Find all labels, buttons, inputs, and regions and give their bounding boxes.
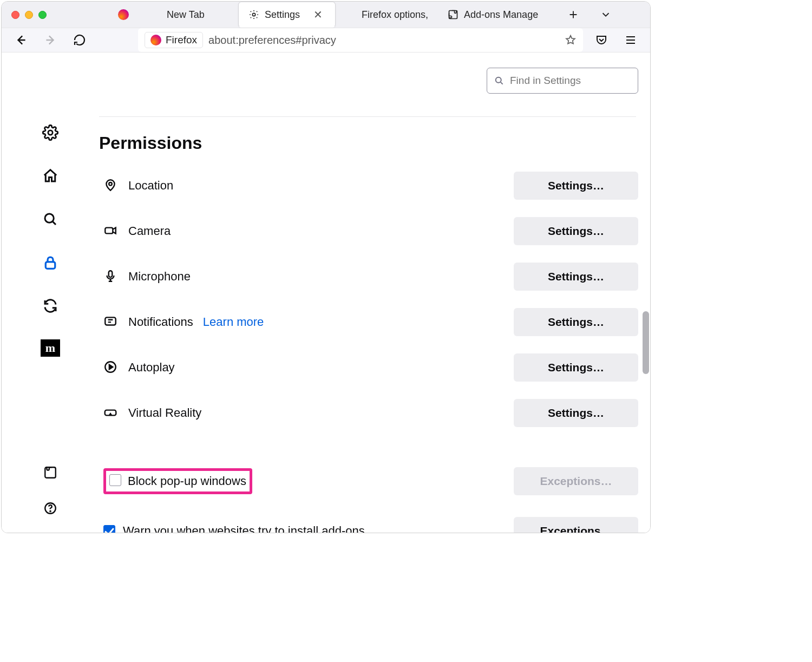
category-privacy[interactable]: [41, 253, 60, 272]
permission-label: Camera: [128, 224, 171, 238]
svg-point-9: [109, 182, 112, 186]
block-popups-exceptions-button[interactable]: Exceptions…: [514, 467, 638, 495]
permission-microphone: Microphone Settings…: [99, 259, 647, 294]
notifications-learn-more-link[interactable]: Learn more: [203, 315, 264, 329]
firefox-icon: [345, 9, 356, 20]
back-button[interactable]: [10, 29, 32, 51]
forward-button[interactable]: [40, 29, 61, 51]
svg-point-2: [48, 130, 53, 135]
svg-point-8: [496, 77, 501, 83]
search-icon: [494, 75, 505, 86]
category-sync[interactable]: [41, 296, 60, 316]
location-settings-button[interactable]: Settings…: [514, 172, 638, 200]
warn-addons-label: Warn you when websites try to install ad…: [123, 524, 365, 533]
new-tab-button[interactable]: [565, 6, 581, 23]
permission-camera: Camera Settings…: [99, 214, 647, 248]
category-more-from-mozilla[interactable]: m: [41, 339, 60, 357]
section-title-permissions: Permissions: [99, 133, 647, 153]
minimize-window-button[interactable]: [25, 11, 33, 19]
site-identity[interactable]: Firefox: [145, 32, 203, 48]
section-divider: [99, 116, 636, 117]
tab-new-tab[interactable]: New Tab: [141, 2, 238, 28]
highlight-annotation: Block pop-up windows: [103, 468, 252, 494]
microphone-icon: [103, 269, 119, 284]
svg-point-3: [45, 214, 54, 222]
block-popups-label: Block pop-up windows: [128, 474, 246, 488]
pocket-button[interactable]: [591, 29, 612, 51]
address-bar[interactable]: Firefox about:preferences#privacy: [138, 28, 583, 52]
location-icon: [103, 178, 119, 193]
tab-label: Firefox options,: [362, 9, 428, 21]
addons-shortcut[interactable]: [41, 463, 60, 482]
reload-button[interactable]: [69, 29, 90, 51]
tab-settings[interactable]: Settings ✕: [238, 2, 336, 28]
scrollbar-thumb[interactable]: [643, 311, 649, 374]
autoplay-settings-button[interactable]: Settings…: [514, 353, 638, 382]
permission-label: Virtual Reality: [128, 406, 201, 420]
category-search[interactable]: [41, 209, 60, 229]
maximize-window-button[interactable]: [38, 11, 47, 19]
notifications-icon: [103, 314, 119, 330]
puzzle-icon: [448, 9, 459, 20]
camera-settings-button[interactable]: Settings…: [514, 217, 638, 245]
window-controls: [11, 11, 47, 19]
vr-icon: [103, 405, 119, 421]
permission-notifications: Notifications Learn more Settings…: [99, 305, 647, 339]
microphone-settings-button[interactable]: Settings…: [514, 263, 638, 291]
svg-rect-10: [105, 228, 113, 234]
svg-rect-11: [109, 271, 113, 277]
svg-rect-4: [45, 262, 55, 269]
tab-addons-manager[interactable]: Add-ons Manage: [438, 2, 548, 28]
identity-label: Firefox: [166, 34, 197, 46]
permission-location: Location Settings…: [99, 168, 647, 203]
app-menu-button[interactable]: [620, 29, 641, 51]
tab-label: Settings: [265, 9, 300, 21]
autoplay-icon: [103, 360, 119, 375]
permission-label: Autoplay: [128, 361, 175, 375]
bookmark-star-icon[interactable]: [565, 34, 577, 46]
tab-label: New Tab: [167, 9, 205, 21]
warn-addons-row: Warn you when websites try to install ad…: [99, 512, 647, 533]
tab-label: Add-ons Manage: [464, 9, 538, 21]
vr-settings-button[interactable]: Settings…: [514, 399, 638, 427]
warn-addons-checkbox[interactable]: [103, 525, 115, 533]
category-general[interactable]: [41, 123, 60, 142]
titlebar: New Tab Settings ✕ Firefox options, Add-…: [2, 2, 650, 28]
settings-search[interactable]: [487, 68, 638, 94]
tab-firefox-options[interactable]: Firefox options,: [336, 2, 438, 28]
svg-point-0: [252, 13, 255, 16]
help-shortcut[interactable]: [41, 499, 60, 518]
navigation-toolbar: Firefox about:preferences#privacy: [2, 28, 650, 53]
permissions-list: Location Settings… Camera Settings…: [99, 168, 647, 533]
toolbar-right: [591, 29, 641, 51]
permission-label: Location: [128, 179, 173, 193]
all-tabs-button[interactable]: [598, 6, 614, 23]
svg-point-7: [50, 511, 50, 512]
firefox-icon: [150, 35, 161, 45]
permission-label: Notifications: [128, 315, 193, 329]
preferences-content: m Permissions: [2, 53, 650, 533]
tab-actions: [565, 6, 614, 23]
browser-window: New Tab Settings ✕ Firefox options, Add-…: [1, 1, 651, 533]
url-text: about:preferences#privacy: [208, 34, 336, 47]
close-window-button[interactable]: [11, 11, 19, 19]
svg-rect-12: [105, 317, 116, 325]
firefox-icon: [150, 9, 161, 20]
gear-icon: [248, 9, 259, 20]
permission-label: Microphone: [128, 270, 191, 284]
settings-search-input[interactable]: [510, 75, 631, 87]
block-popups-row: Block pop-up windows Exceptions…: [99, 462, 647, 501]
category-sidebar: m: [2, 53, 99, 533]
firefox-icon: [118, 9, 129, 20]
preferences-main: Permissions Location Settings… Camera: [99, 53, 650, 533]
camera-icon: [103, 224, 119, 239]
permission-autoplay: Autoplay Settings…: [99, 350, 647, 385]
tabstrip: New Tab Settings ✕ Firefox options, Add-…: [141, 2, 548, 28]
permission-vr: Virtual Reality Settings…: [99, 396, 647, 430]
block-popups-checkbox[interactable]: [109, 474, 121, 486]
category-home[interactable]: [41, 166, 60, 186]
close-tab-button[interactable]: ✕: [310, 7, 325, 22]
warn-addons-exceptions-button[interactable]: Exceptions…: [514, 517, 638, 533]
notifications-settings-button[interactable]: Settings…: [514, 308, 638, 336]
